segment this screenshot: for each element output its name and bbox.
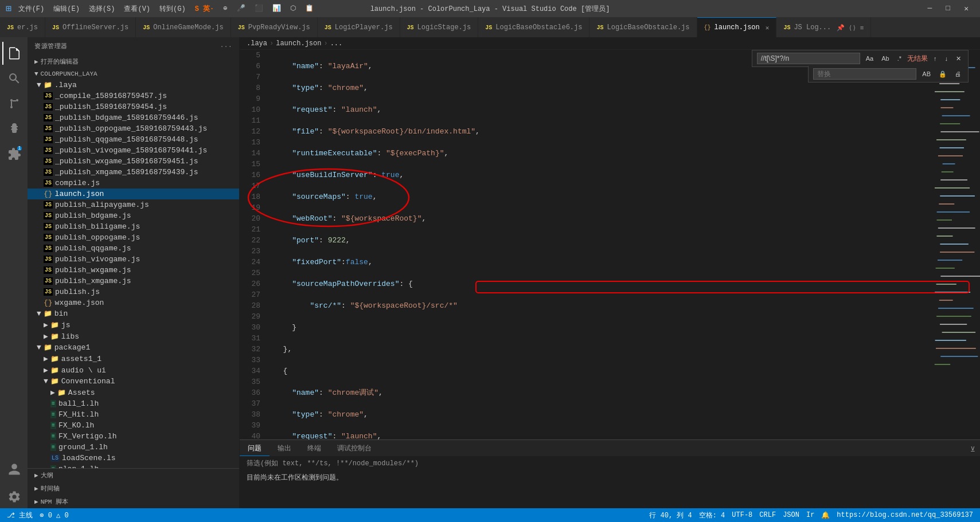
tree-folder-audio-ui[interactable]: ▶ 📁 audio \ ui [28, 364, 239, 376]
panel-tab-terminal[interactable]: 终端 [299, 441, 329, 456]
tree-file-publish-qqgame[interactable]: JS publish_qqgame.js [28, 243, 239, 254]
tree-file-wxgame-json[interactable]: {} wxgame.json [28, 297, 239, 308]
tree-file-publish-xmgame[interactable]: JS publish_xmgame.js [28, 276, 239, 286]
tree-file-publish-biligame[interactable]: JS publish_biligame.js [28, 221, 239, 232]
section-colorpunch[interactable]: ▼ COLORPUNCH_LAYA [28, 68, 239, 80]
tree-folder-bin[interactable]: ▼ 📁 bin [28, 308, 239, 319]
breadcrumb-ellipsis[interactable]: ... [330, 40, 343, 48]
section-open-editors[interactable]: ▶ 打开的编辑器 [28, 55, 239, 68]
panel-tab-output[interactable]: 输出 [270, 441, 299, 456]
search-case-btn[interactable]: Aa [864, 54, 876, 63]
menu-extra1[interactable]: ⊕ [220, 3, 231, 15]
tree-folder-laya[interactable]: ▼ 📁 .laya [28, 80, 239, 91]
search-regex-btn[interactable]: .* [895, 54, 904, 63]
minimize-btn[interactable]: ─ [922, 2, 938, 15]
search-next-btn[interactable]: ↓ [943, 54, 951, 63]
statusbar-bell[interactable]: 🔔 [821, 511, 830, 520]
tree-folder-package1[interactable]: ▼ 📁 package1 [28, 342, 239, 353]
tab-logicstage[interactable]: JS LogicStage.js [400, 17, 479, 37]
tree-file-publishjs[interactable]: JS publish.js [28, 286, 239, 297]
tree-file-publish-qqgame1[interactable]: JS _publish_qqgame_1589168759448.js [28, 134, 239, 145]
tree-file-launch-json[interactable]: {} launch.json [28, 189, 239, 199]
filter-icon[interactable]: ⊻ [970, 445, 975, 454]
tree-folder-assets1[interactable]: ▶ 📁 assets1_1 [28, 353, 239, 364]
activity-debug[interactable] [2, 117, 25, 140]
tree-file-publish-oppogame[interactable]: JS publish_oppogame.js [28, 232, 239, 243]
tree-file-fxvertigo[interactable]: ≡ FX_Vertigo.lh [28, 431, 239, 442]
tree-file-publish-oppogame1[interactable]: JS _publish_oppogame_1589168759443.js [28, 123, 239, 134]
search-input[interactable] [757, 53, 860, 64]
activity-account[interactable] [2, 458, 25, 481]
tab-jslog[interactable]: JS JS Log... 📌 ⟨⟩ ≡ [776, 17, 871, 37]
statusbar-spaces[interactable]: 空格: 4 [699, 511, 725, 520]
replace-lock-btn[interactable]: 🔒 [936, 68, 949, 80]
tab-offlineserver[interactable]: JS OfflineServer.js [45, 17, 136, 37]
menu-file[interactable]: 文件(F) [15, 3, 48, 15]
tree-file-publish-xmgame1[interactable]: JS _publish_xmgame_1589168759439.js [28, 167, 239, 178]
tree-file-fxko[interactable]: ≡ FX_KO.lh [28, 420, 239, 431]
statusbar-ir[interactable]: Ir [806, 511, 814, 519]
menu-sogou[interactable]: S 英· [192, 3, 218, 15]
tree-file-publish-bdgame1[interactable]: JS _publish_bdgame_1589168759446.js [28, 112, 239, 123]
tree-file-compilejs[interactable]: JS compile.js [28, 178, 239, 189]
tree-file-publish-wxgame[interactable]: JS publish_wxgame.js [28, 265, 239, 276]
statusbar-eol[interactable]: CRLF [759, 511, 776, 519]
tree-file-loadscene[interactable]: LS loadScene.ls [28, 453, 239, 464]
search-close-btn[interactable]: ✕ [954, 54, 963, 64]
close-btn[interactable]: ✕ [958, 2, 974, 15]
editor[interactable]: 56789 1011121314 1516171819 2021222324 2… [240, 50, 934, 439]
menu-goto[interactable]: 转到(G) [156, 3, 189, 15]
activity-search[interactable] [2, 67, 25, 90]
menu-stats[interactable]: 📊 [269, 3, 284, 15]
statusbar-cursor[interactable]: 行 40, 列 4 [649, 511, 692, 520]
statusbar-errors[interactable]: ⊗ 0 △ 0 [40, 511, 68, 520]
menu-clipboard[interactable]: 📋 [302, 3, 317, 15]
tab-close-launch-json[interactable]: ✕ [766, 24, 770, 32]
activity-settings[interactable] [2, 485, 25, 508]
replace-print-btn[interactable]: 🖨 [952, 68, 963, 80]
tree-file-publish-alipaygame[interactable]: JS publish_alipaygame.js [28, 199, 239, 210]
tree-folder-js[interactable]: ▶ 📁 js [28, 319, 239, 331]
menu-view[interactable]: 查看(V) [120, 3, 154, 15]
tree-file-publish-vivogame1[interactable]: JS _publish_vivogame_1589168759441.js [28, 145, 239, 156]
tree-file-publish-wxgame1[interactable]: JS _publish_wxgame_1589168759451.js [28, 156, 239, 167]
tab-logicplayer[interactable]: JS LogicPlayer.js [318, 17, 400, 37]
statusbar-url[interactable]: https://blog.csdn.net/qq_33569137 [837, 511, 973, 519]
tree-folder-assets[interactable]: ▶ 📁 Assets [28, 387, 239, 398]
menu-select[interactable]: 选择(S) [85, 3, 119, 15]
tree-file-publish-bdgame[interactable]: JS publish_bdgame.js [28, 210, 239, 221]
menu-extra2[interactable]: ⬛ [251, 3, 267, 15]
tree-file-publish-vivogame[interactable]: JS publish_vivogame.js [28, 254, 239, 265]
section-timeline[interactable]: ▶ 时间轴 [28, 482, 239, 495]
statusbar-encoding[interactable]: UTF-8 [732, 511, 752, 519]
statusbar-language[interactable]: JSON [783, 511, 799, 519]
replace-input[interactable] [813, 68, 916, 80]
panel-tab-debug-console[interactable]: 调试控制台 [329, 441, 380, 456]
statusbar-branch[interactable]: ⎇ 主线 [7, 511, 33, 520]
search-prev-btn[interactable]: ↑ [931, 54, 939, 63]
section-outline[interactable]: ▶ 大纲 [28, 469, 239, 482]
breadcrumb-launch[interactable]: launch.json [276, 40, 321, 48]
tab-launch-json[interactable]: {} launch.json ✕ [697, 17, 777, 37]
activity-scm[interactable] [2, 92, 25, 115]
tree-folder-libs[interactable]: ▶ 📁 libs [28, 331, 239, 342]
tab-logicbaseobstacle[interactable]: JS LogicBaseObstacle.js [589, 17, 697, 37]
search-word-btn[interactable]: Ab [879, 54, 891, 63]
maximize-btn[interactable]: □ [940, 2, 956, 15]
tab-pvpready[interactable]: JS PvpReadyView.js [231, 17, 318, 37]
menu-hex[interactable]: ⬡ [287, 3, 299, 15]
menu-edit[interactable]: 编辑(E) [50, 3, 83, 15]
tab-logicbaseobstacle6[interactable]: JS LogicBaseObstacle6.js [478, 17, 589, 37]
breadcrumb-laya[interactable]: .laya [247, 40, 267, 48]
tree-file-publish1[interactable]: JS _publish_1589168759454.js [28, 101, 239, 112]
tree-file-fxhit[interactable]: ≡ FX_Hit.lh [28, 409, 239, 420]
tree-folder-conventional[interactable]: ▼ 📁 Conventional [28, 376, 239, 387]
tree-file-compile1[interactable]: JS _compile_1589168759457.js [28, 91, 239, 101]
activity-extensions[interactable]: 1 [2, 143, 25, 166]
tree-file-plan[interactable]: ≡ plan_1.lh [28, 464, 239, 468]
menu-mic[interactable]: 🎤 [233, 3, 249, 15]
panel-tab-problems[interactable]: 问题 [240, 441, 270, 456]
activity-explorer[interactable] [2, 42, 25, 65]
tree-file-ground[interactable]: ≡ ground_1.lh [28, 442, 239, 453]
tab-er[interactable]: JS er.js [0, 17, 45, 37]
